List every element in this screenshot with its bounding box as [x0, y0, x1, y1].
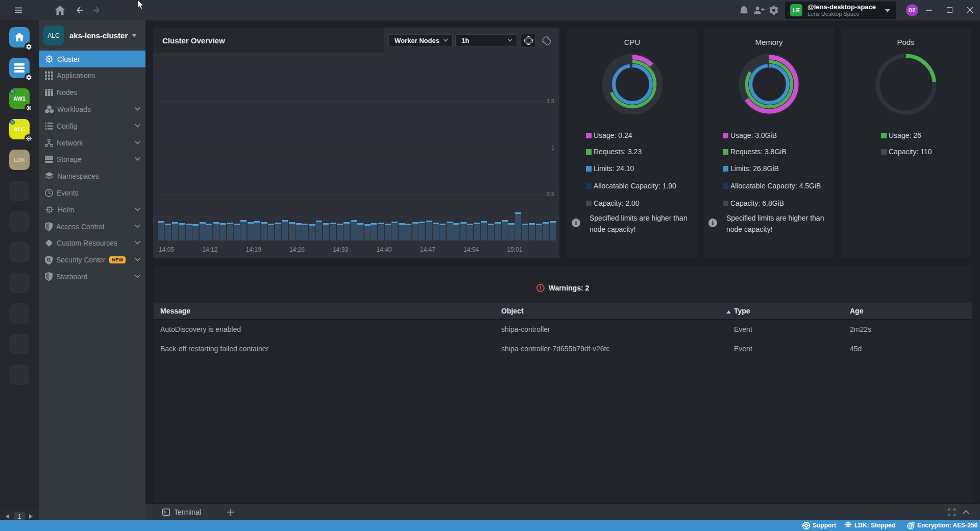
- svg-text:HELM: HELM: [47, 209, 53, 211]
